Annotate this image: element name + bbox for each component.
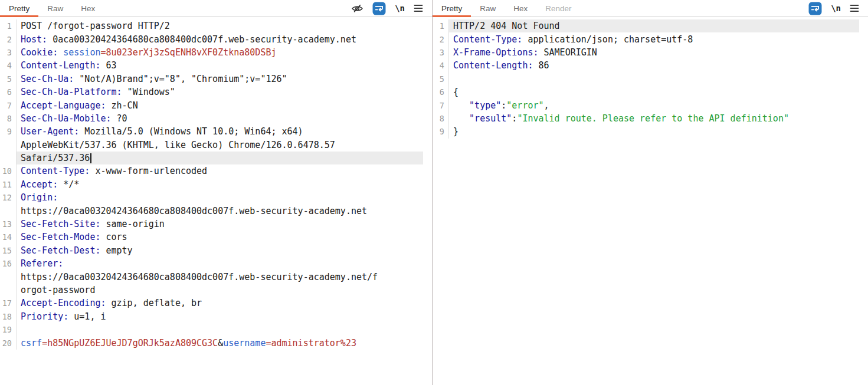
tab-hex[interactable]: Hex: [72, 0, 104, 17]
line-number: [0, 284, 17, 297]
code-text[interactable]: AppleWebKit/537.36 (KHTML, like Gecko) C…: [17, 139, 423, 152]
newline-icon[interactable]: \n: [395, 4, 405, 13]
wrap-icon[interactable]: [372, 2, 386, 15]
code-text[interactable]: Content-Type: x-www-form-urlencoded: [17, 164, 423, 177]
wrap-icon[interactable]: [808, 2, 822, 15]
code-text[interactable]: "result":"Invalid route. Please refer to…: [449, 112, 859, 125]
response-editor[interactable]: 1HTTP/2 404 Not Found2Content-Type: appl…: [433, 17, 868, 385]
tab-hex[interactable]: Hex: [505, 0, 536, 17]
code-line: 5: [433, 73, 868, 85]
code-text[interactable]: [17, 323, 423, 336]
line-number: 5: [0, 73, 17, 85]
code-line: 15Sec-Fetch-Dest: empty: [0, 244, 432, 257]
tab-raw[interactable]: Raw: [38, 0, 72, 17]
line-number: 18: [0, 310, 17, 323]
code-line: 13Sec-Fetch-Site: same-origin: [0, 218, 432, 231]
request-editor[interactable]: 1POST /forgot-password HTTP/22Host: 0aca…: [0, 17, 432, 385]
code-line: 20csrf=h85NGpUZ6EJUeJD7gORJk5azA809CG3C&…: [0, 336, 432, 349]
line-number: 6: [433, 85, 449, 98]
line-number: 8: [433, 112, 449, 125]
request-lines: 1POST /forgot-password HTTP/22Host: 0aca…: [0, 19, 432, 350]
line-number: 7: [0, 98, 17, 111]
code-text[interactable]: Content-Length: 63: [17, 59, 423, 72]
code-text[interactable]: Safari/537.36: [17, 152, 423, 164]
code-line: AppleWebKit/537.36 (KHTML, like Gecko) C…: [0, 139, 432, 152]
menu-icon[interactable]: [414, 4, 423, 12]
line-number: 10: [0, 164, 17, 177]
code-line: 9}: [433, 125, 868, 138]
code-text[interactable]: https://0aca00320424364680ca808400dc007f…: [17, 204, 423, 217]
line-number: 9: [0, 125, 17, 138]
code-text[interactable]: Cookie: session=8u023erXj3zSqENH8vXF0Ztk…: [17, 46, 423, 59]
code-text[interactable]: HTTP/2 404 Not Found: [449, 19, 859, 32]
request-tabs: PrettyRawHex: [0, 0, 104, 17]
line-number: [0, 204, 17, 217]
code-line: 10Content-Type: x-www-form-urlencoded: [0, 164, 432, 177]
code-text[interactable]: Accept: */*: [17, 178, 423, 191]
code-text[interactable]: {: [449, 85, 859, 98]
code-text[interactable]: orgot-password: [17, 284, 423, 297]
code-text[interactable]: Content-Length: 86: [449, 59, 859, 72]
code-text[interactable]: }: [449, 125, 859, 138]
tab-raw[interactable]: Raw: [471, 0, 505, 17]
code-text[interactable]: csrf=h85NGpUZ6EJUeJD7gORJk5azA809CG3C&us…: [17, 336, 423, 349]
line-number: 3: [0, 46, 17, 59]
line-number: 5: [433, 73, 449, 85]
code-line: 7Accept-Language: zh-CN: [0, 98, 432, 111]
line-number: 1: [433, 19, 449, 32]
code-line: 9User-Agent: Mozilla/5.0 (Windows NT 10.…: [0, 125, 432, 138]
code-line: 1HTTP/2 404 Not Found: [433, 19, 868, 32]
code-line: https://0aca00320424364680ca808400dc007f…: [0, 204, 432, 217]
tab-pretty[interactable]: Pretty: [0, 0, 38, 17]
code-text[interactable]: X-Frame-Options: SAMEORIGIN: [449, 46, 859, 59]
code-line: 6Sec-Ch-Ua-Platform: "Windows": [0, 85, 432, 98]
request-toolbar-icons: \n: [351, 0, 432, 17]
line-number: 15: [0, 244, 17, 257]
tab-pretty[interactable]: Pretty: [433, 0, 471, 17]
line-number: 11: [0, 178, 17, 191]
line-number: 2: [433, 32, 449, 45]
code-line: 7 "type":"error",: [433, 98, 868, 111]
code-text[interactable]: Content-Type: application/json; charset=…: [449, 32, 859, 45]
line-number: 3: [433, 46, 449, 59]
code-text[interactable]: Sec-Fetch-Dest: empty: [17, 244, 423, 257]
newline-icon[interactable]: \n: [831, 4, 841, 13]
line-number: 14: [0, 231, 17, 243]
line-number: 7: [433, 98, 449, 111]
line-number: 17: [0, 297, 17, 310]
code-text[interactable]: Sec-Ch-Ua: "Not/A)Brand";v="8", "Chromiu…: [17, 73, 423, 85]
line-number: 13: [0, 218, 17, 231]
message-editor-split-view: PrettyRawHex \n 1POST /forgot-password H…: [0, 0, 868, 385]
code-text[interactable]: https://0aca00320424364680ca808400dc007f…: [17, 270, 423, 283]
code-text[interactable]: Accept-Language: zh-CN: [17, 98, 423, 111]
code-text[interactable]: Sec-Fetch-Site: same-origin: [17, 218, 423, 231]
line-number: 6: [0, 85, 17, 98]
code-line: https://0aca00320424364680ca808400dc007f…: [0, 270, 432, 283]
code-line: 3Cookie: session=8u023erXj3zSqENH8vXF0Zt…: [0, 46, 432, 59]
response-lines: 1HTTP/2 404 Not Found2Content-Type: appl…: [433, 19, 868, 139]
response-panel: PrettyRawHexRender \n 1HTTP/2 404 Not Fo…: [433, 0, 868, 385]
line-number: 9: [433, 125, 449, 138]
code-text[interactable]: Origin:: [17, 191, 423, 204]
line-number: [0, 152, 17, 164]
code-text[interactable]: Sec-Ch-Ua-Platform: "Windows": [17, 85, 423, 98]
menu-icon[interactable]: [850, 4, 859, 12]
code-text[interactable]: Priority: u=1, i: [17, 310, 423, 323]
code-text[interactable]: Sec-Ch-Ua-Mobile: ?0: [17, 112, 423, 125]
eye-off-icon[interactable]: [351, 2, 363, 15]
code-line: 5Sec-Ch-Ua: "Not/A)Brand";v="8", "Chromi…: [0, 73, 432, 85]
code-text[interactable]: Host: 0aca00320424364680ca808400dc007f.w…: [17, 32, 423, 45]
code-text[interactable]: Sec-Fetch-Mode: cors: [17, 231, 423, 243]
code-text[interactable]: Accept-Encoding: gzip, deflate, br: [17, 297, 423, 310]
code-line: 19: [0, 323, 432, 336]
code-text[interactable]: POST /forgot-password HTTP/2: [17, 19, 423, 32]
line-number: 1: [0, 19, 17, 32]
code-text[interactable]: "type":"error",: [449, 98, 859, 111]
code-text[interactable]: Referer:: [17, 257, 423, 270]
tab-render: Render: [536, 0, 580, 17]
code-text[interactable]: User-Agent: Mozilla/5.0 (Windows NT 10.0…: [17, 125, 423, 138]
code-text[interactable]: [449, 73, 859, 85]
code-line: 4Content-Length: 63: [0, 59, 432, 72]
line-number: 4: [0, 59, 17, 72]
code-line: 4Content-Length: 86: [433, 59, 868, 72]
